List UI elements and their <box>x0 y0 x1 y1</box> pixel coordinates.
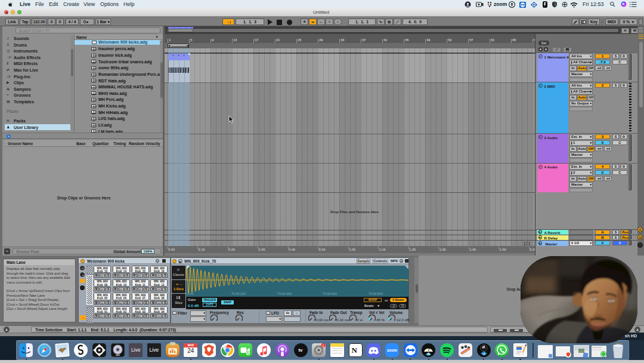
svg-text:1: 1 <box>323 344 324 347</box>
svg-text:UA: UA <box>482 353 486 355</box>
svg-text:UA: UA <box>427 352 431 355</box>
